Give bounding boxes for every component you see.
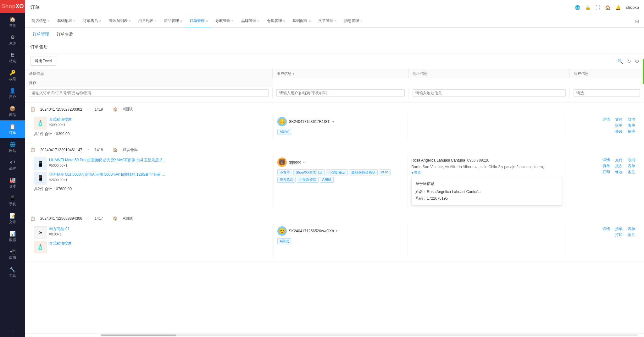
- sidebar-item-tools[interactable]: 🔧 工具: [0, 263, 25, 281]
- action-detail-2[interactable]: 详情: [602, 157, 610, 163]
- tab-brand-mgmt[interactable]: 品牌管理 ×: [237, 15, 263, 27]
- search-icon[interactable]: 🔍: [617, 58, 623, 64]
- action-split-1[interactable]: 拆单: [615, 123, 623, 128]
- tab-close-icon[interactable]: ×: [154, 19, 156, 23]
- action-note-2[interactable]: 备注: [628, 169, 635, 175]
- bell-icon[interactable]: 🔔: [615, 5, 621, 10]
- action-print-3[interactable]: 打印: [615, 232, 623, 238]
- action-edit-1[interactable]: 修改: [615, 129, 623, 134]
- action-cancel-2[interactable]: 取消: [628, 157, 635, 163]
- sidebar-item-data[interactable]: 📊 数据: [0, 228, 25, 246]
- action-split-2[interactable]: 拆单: [602, 163, 610, 169]
- filter-user-input[interactable]: [276, 89, 405, 97]
- action-form-3[interactable]: 表单: [628, 226, 635, 232]
- order-home-icon-1: 🏠: [113, 107, 118, 112]
- tab-close-icon[interactable]: ×: [74, 19, 75, 23]
- tab-close-icon[interactable]: ×: [99, 19, 101, 23]
- sidebar-item-article[interactable]: 📝 文章: [0, 210, 25, 228]
- action-pay-1[interactable]: 支付: [615, 117, 623, 122]
- tab-basic-config[interactable]: 基础配置 ×: [53, 15, 79, 27]
- tab-close-icon[interactable]: ×: [360, 19, 362, 23]
- export-excel-button[interactable]: 导出Excel: [30, 57, 56, 66]
- user-name-1[interactable]: SK240417153617R1fSTi: [289, 119, 330, 124]
- user-expand-icon-3[interactable]: ▾: [336, 229, 337, 233]
- copy-icon-1[interactable]: 📋: [30, 107, 35, 112]
- tab-order-mgmt[interactable]: 订单管理 ×: [186, 15, 212, 27]
- user-expand-icon-2[interactable]: ▾: [303, 161, 305, 164]
- tab-close-icon[interactable]: ×: [180, 19, 182, 23]
- settings-icon[interactable]: ⚙: [635, 58, 639, 64]
- tab-nav-mgmt[interactable]: 导航管理 ×: [212, 15, 237, 27]
- tab-close-icon[interactable]: ×: [129, 19, 131, 23]
- action-form-1[interactable]: 表单: [628, 123, 635, 128]
- sidebar-item-home[interactable]: 🏠 首页: [0, 13, 25, 31]
- filter-merchant-input[interactable]: [574, 89, 640, 97]
- tab-warehouse-mgmt[interactable]: 仓库管理 ×: [263, 15, 289, 27]
- tab-basic-config2[interactable]: 基础配置 ×: [289, 15, 314, 27]
- action-note-1[interactable]: 备注: [628, 129, 635, 134]
- filter-basic-input[interactable]: [29, 89, 269, 97]
- order-card-3: 📋 20240417125658394306 ○ 1417 🏠 A测试 🛍 华方…: [25, 212, 644, 262]
- tab-shop-info[interactable]: 商店信息 ×: [28, 15, 53, 27]
- tab-close-icon[interactable]: ×: [232, 19, 234, 23]
- refresh-icon[interactable]: ↻: [627, 58, 631, 64]
- action-batch-2[interactable]: 批次: [615, 163, 623, 169]
- tab-close-icon[interactable]: ×: [335, 19, 336, 23]
- sidebar-item-app[interactable]: 📲 应用: [0, 246, 25, 263]
- product-name-2-1[interactable]: HUAWEI Mate 50 Pro 曲面旗舰 超光变XMAGE影像 北斗卫星消…: [49, 157, 269, 163]
- sidebar-item-site[interactable]: 🖥 站点: [0, 49, 25, 67]
- sidebar-item-brand[interactable]: 🏷 品牌: [0, 156, 25, 174]
- tab-article-mgmt[interactable]: 文章管理 ×: [314, 15, 340, 27]
- copy-icon-2[interactable]: 📋: [30, 147, 35, 152]
- expand-icon[interactable]: ⛶: [596, 5, 600, 10]
- sidebar-item-website[interactable]: 🌐 网站: [0, 138, 25, 156]
- action-detail-3[interactable]: 详情: [602, 226, 610, 232]
- sidebar-item-mobile[interactable]: 📱 手机: [0, 192, 25, 210]
- sidebar-item-goods[interactable]: 📦 商品: [0, 102, 25, 120]
- product-name-1-1[interactable]: 泰式精油按摩: [49, 117, 269, 122]
- home2-icon[interactable]: 🏠: [605, 5, 610, 10]
- sidebar-item-permission[interactable]: 🔑 权限: [0, 67, 25, 85]
- tab-goods-mgmt[interactable]: 商品管理 ×: [160, 15, 186, 27]
- action-cancel-1[interactable]: 取消: [628, 117, 635, 122]
- sidebar-item-system[interactable]: ⚙ 系统: [0, 31, 25, 49]
- address-view-link-2[interactable]: ● 查看: [411, 170, 562, 176]
- product-name-2-2[interactable]: 华为畅享 50z 5000万高清AI三摄 5000mAh超能续航 128GB 宝…: [49, 172, 269, 177]
- user-name-3[interactable]: SK2404171256520wwDXb: [289, 229, 334, 233]
- tab-admin-list[interactable]: 管理员列表 ×: [105, 15, 135, 27]
- sidebar-item-warehouse[interactable]: 🏭 仓库: [0, 174, 25, 192]
- tab-close-icon[interactable]: ×: [309, 19, 311, 23]
- lock-icon[interactable]: 🔒: [585, 5, 591, 10]
- tab-close-icon[interactable]: ×: [258, 19, 259, 23]
- action-note-3[interactable]: 备注: [628, 232, 635, 238]
- product-name-3-2[interactable]: 泰式精油按摩: [49, 241, 269, 246]
- globe-icon[interactable]: 🌐: [575, 5, 580, 10]
- tab-close-icon[interactable]: ×: [283, 19, 285, 23]
- id-card-name-row-2: 姓名：Rosa Angelica Lahuasi Cantuña: [415, 189, 558, 196]
- secondary-nav-order-mgmt[interactable]: 订单管理: [30, 30, 52, 38]
- tab-close-icon[interactable]: ×: [48, 19, 50, 23]
- filter-address-input[interactable]: [413, 89, 566, 97]
- product-name-3-1[interactable]: 华方商品-01: [49, 226, 269, 232]
- action-row-2-3: 打印 修改 备注: [570, 169, 635, 175]
- id-card-name-val-2: Rosa Angelica Lahuasi Cantuña: [427, 190, 480, 194]
- tab-message-mgmt[interactable]: 消息管理 ×: [340, 15, 366, 27]
- action-detail-1[interactable]: 详情: [602, 117, 610, 122]
- tab-user-list[interactable]: 用户列表 ×: [134, 15, 160, 27]
- sidebar-item-user[interactable]: 👤 用户: [0, 85, 25, 102]
- action-edit-2[interactable]: 修改: [615, 169, 623, 175]
- sidebar-item-order[interactable]: 📋 订单: [0, 120, 25, 138]
- action-split-3[interactable]: 拆单: [615, 226, 623, 232]
- horizontal-scrollbar-thumb[interactable]: [101, 334, 176, 336]
- tab-close-icon[interactable]: ×: [206, 19, 208, 23]
- tab-more-icon[interactable]: ⊞: [632, 15, 641, 27]
- user-name-2[interactable]: qqqqqq: [289, 160, 301, 164]
- action-pay-2[interactable]: 支付: [615, 157, 623, 163]
- menu-icon[interactable]: ≡: [11, 328, 14, 334]
- tab-order-aftersale[interactable]: 订单售后 ×: [79, 15, 105, 27]
- user-expand-icon-1[interactable]: ▾: [332, 120, 334, 124]
- action-form-2[interactable]: 表单: [628, 163, 635, 169]
- copy-icon-3[interactable]: 📋: [30, 216, 35, 221]
- secondary-nav-aftersale[interactable]: 订单售后: [54, 30, 75, 38]
- action-print-2[interactable]: 打印: [602, 169, 610, 175]
